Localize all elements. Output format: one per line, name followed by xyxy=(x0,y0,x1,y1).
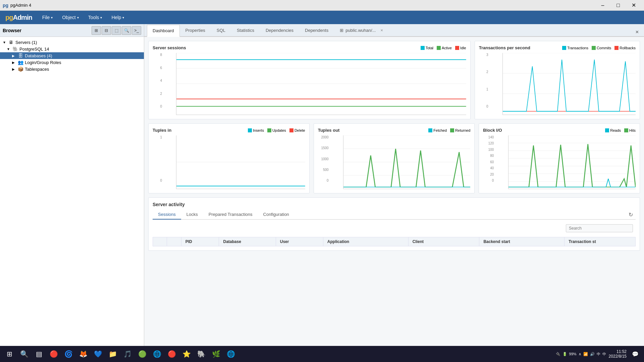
tuples-in-svg xyxy=(176,135,305,189)
col-database: Database xyxy=(219,237,276,246)
tab-properties[interactable]: Properties xyxy=(180,24,211,36)
folder-icon[interactable]: 📁 xyxy=(106,347,119,361)
activity-tabs-left: Sessions Locks Prepared Transactions Con… xyxy=(153,210,294,219)
server-sessions-legend: Total Active Idle xyxy=(421,46,466,50)
chevron-down-icon: ▾ xyxy=(77,16,79,19)
tablespace-icon: 📦 xyxy=(17,66,23,72)
block-io-legend: Reads Hits xyxy=(605,128,636,132)
legend-commits: Commits xyxy=(592,46,611,50)
tab-dashboard[interactable]: Dashboard xyxy=(147,25,180,37)
tab-locks[interactable]: Locks xyxy=(181,210,203,220)
col-pid: PID xyxy=(181,237,219,246)
fetched-color xyxy=(428,128,432,132)
title-bar: pg pgAdmin 4 – □ ✕ xyxy=(0,0,644,11)
expand-icon: ▶ xyxy=(12,61,16,64)
tab-prepared-transactions[interactable]: Prepared Transactions xyxy=(203,210,258,220)
database-icon: 🗄 xyxy=(17,53,23,58)
table-container: PID Database User Application Client Bac… xyxy=(153,237,636,246)
server-activity-title: Server activity xyxy=(153,202,636,207)
close-button[interactable]: ✕ xyxy=(626,0,641,11)
app-red-icon[interactable]: 🔴 xyxy=(165,347,178,361)
query-button[interactable]: ⬚ xyxy=(112,26,121,35)
tuples-in-card: Tuples in Inserts Updates xyxy=(148,123,310,193)
tab-wuhan[interactable]: ⊞ public.wuhan/... ✕ xyxy=(334,24,389,36)
close-tab-button[interactable]: ✕ xyxy=(633,27,641,36)
menu-object[interactable]: Object ▾ xyxy=(57,11,83,24)
sidebar-item-servers[interactable]: ▼ 🖥 Servers (1) xyxy=(0,39,144,46)
firefox-icon[interactable]: 🦊 xyxy=(76,347,90,361)
edge-icon[interactable]: 🌀 xyxy=(62,347,75,361)
chrome-icon[interactable]: 🟢 xyxy=(136,347,149,361)
postgresql-label: PostgreSQL 14 xyxy=(19,47,49,52)
tab-sql[interactable]: SQL xyxy=(211,24,231,36)
tab-dependencies[interactable]: Dependencies xyxy=(260,24,299,36)
volume-icon: 🔊 xyxy=(590,352,595,356)
sidebar-item-tablespaces[interactable]: ▶ 📦 Tablespaces xyxy=(0,66,144,72)
browser2-icon[interactable]: 🌐 xyxy=(150,347,164,361)
notification-button[interactable]: 💬 xyxy=(629,348,641,360)
search-button[interactable]: 🔍 xyxy=(122,26,131,35)
globe-icon[interactable]: 🌐 xyxy=(224,347,237,361)
search-input[interactable] xyxy=(566,224,633,232)
search-bar xyxy=(153,222,636,234)
time-display: 11:52 xyxy=(609,349,627,354)
pgadmin-taskbar-icon[interactable]: 🐘 xyxy=(195,347,208,361)
chart-header: Transactions per second Transactions Com… xyxy=(479,45,636,50)
network-icon: 📶 xyxy=(583,352,588,356)
server-sessions-chart xyxy=(176,53,466,115)
roles-icon: 👥 xyxy=(17,60,23,65)
tuples-in-legend: Inserts Updates Delete xyxy=(248,128,305,132)
app-title: pgAdmin 4 xyxy=(10,3,31,8)
legend-delete: Delete xyxy=(289,128,305,132)
chart-header: Server sessions Total Active xyxy=(153,45,466,50)
qgis-icon[interactable]: 🌿 xyxy=(209,347,223,361)
sidebar-item-roles[interactable]: ▶ 👥 Login/Group Roles xyxy=(0,59,144,66)
charts-row-2: Tuples in Inserts Updates xyxy=(148,123,640,193)
taskbar: ⊞ 🔍 ▤ 🔴 🌀 🦊 💙 📁 🎵 🟢 🌐 🔴 ⭐ 🐘 🌿 🌐 🔌 🔋 99% … xyxy=(0,346,644,362)
table-header-row: PID Database User Application Client Bac… xyxy=(153,237,636,246)
battery-percentage: 99% xyxy=(569,352,577,356)
table-header: PID Database User Application Client Bac… xyxy=(153,237,636,246)
menu-help[interactable]: Help ▾ xyxy=(107,11,129,24)
tab-configuration[interactable]: Configuration xyxy=(258,210,294,220)
task-view-button[interactable]: ▤ xyxy=(32,347,46,361)
media-icon[interactable]: 🎵 xyxy=(121,347,134,361)
close-icon[interactable]: ✕ xyxy=(380,28,383,32)
maximize-button[interactable]: □ xyxy=(610,0,626,11)
menu-tools[interactable]: Tools ▾ xyxy=(84,11,107,24)
vscode-icon[interactable]: 💙 xyxy=(91,347,105,361)
expand-tray-icon[interactable]: ∧ xyxy=(579,352,581,356)
tab-dependents[interactable]: Dependents xyxy=(299,24,334,36)
server-sessions-chart-wrapper: 86420 xyxy=(153,53,466,115)
title-bar-controls[interactable]: – □ ✕ xyxy=(595,0,641,11)
menu-file[interactable]: File ▾ xyxy=(38,11,58,24)
refresh-button[interactable]: ↻ xyxy=(626,210,636,219)
tuples-in-chart xyxy=(176,135,305,189)
jetbrains-icon[interactable]: 🔴 xyxy=(47,347,60,361)
collapse-icon: ▼ xyxy=(3,41,7,44)
charts-row-1: Server sessions Total Active xyxy=(148,41,640,119)
table-view-button[interactable]: ⊟ xyxy=(102,26,111,35)
terminal-button[interactable]: >_ xyxy=(132,26,141,35)
expand-icon: ▶ xyxy=(12,54,16,58)
server-icon: 🖥 xyxy=(8,40,14,45)
sidebar-item-postgresql14[interactable]: ▼ 🐘 PostgreSQL 14 xyxy=(0,46,144,52)
sidebar-item-databases[interactable]: ▶ 🗄 Databases (4) xyxy=(0,52,144,59)
transactions-chart xyxy=(502,53,636,115)
app-yellow-icon[interactable]: ⭐ xyxy=(180,347,193,361)
server-activity-card: Server activity Sessions Locks Prepared … xyxy=(148,197,640,251)
col-transaction-start: Transaction st xyxy=(565,237,636,246)
tab-statistics[interactable]: Statistics xyxy=(231,24,260,36)
tab-sessions[interactable]: Sessions xyxy=(153,210,181,220)
delete-color xyxy=(289,128,293,132)
view-data-button[interactable]: ⊞ xyxy=(92,26,101,35)
hits-color xyxy=(624,128,628,132)
search-taskbar-button[interactable]: 🔍 xyxy=(17,347,31,361)
start-button[interactable]: ⊞ xyxy=(3,347,16,361)
commits-color xyxy=(592,46,596,50)
app-icon: pg xyxy=(3,3,8,8)
chart-header: Tuples in Inserts Updates xyxy=(153,128,305,133)
minimize-button[interactable]: – xyxy=(595,0,610,11)
col-backend-start: Backend start xyxy=(479,237,565,246)
sidebar-title: Browser xyxy=(3,28,21,33)
